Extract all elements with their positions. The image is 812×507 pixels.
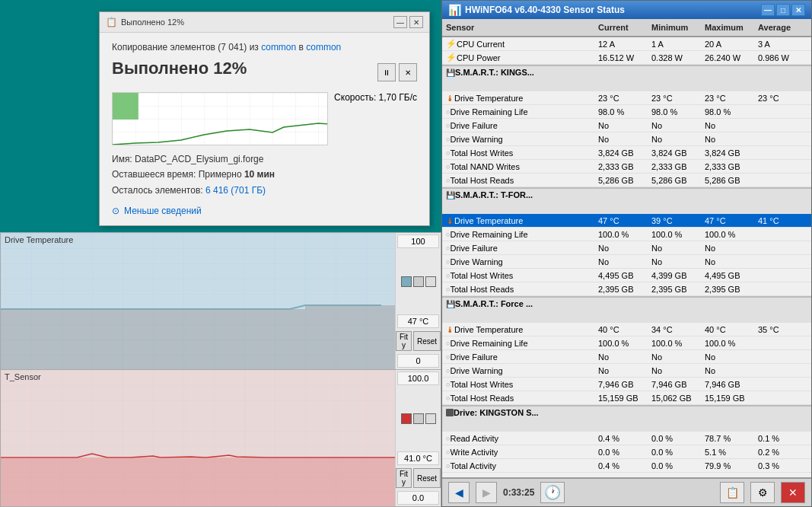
table-row[interactable]: ○ Total NAND Writes 2,333 GB 2,333 GB 2,…: [442, 160, 811, 174]
sensor-average: 41 °C: [754, 214, 800, 227]
minimize-button[interactable]: —: [393, 16, 407, 28]
to-link[interactable]: common: [306, 42, 341, 53]
sensor-average: [754, 336, 800, 349]
fit-y-button[interactable]: Fit y: [396, 331, 412, 351]
sensor-current: 4,495 GB: [594, 269, 648, 282]
sensor-current: 100.0 %: [594, 228, 648, 241]
sensor-minimum: No: [648, 364, 701, 377]
table-row[interactable]: ○ Read Activity 0.4 % 0.0 % 78.7 % 0.1 %: [442, 432, 811, 445]
color-picker-3[interactable]: [425, 276, 436, 287]
sensor-average: [754, 174, 800, 187]
table-row[interactable]: 🌡 Drive Temperature 23 °C 23 °C 23 °C 23…: [442, 91, 811, 105]
sensor-name: ○ Total Host Reads: [442, 391, 594, 404]
hwinfo-minimize[interactable]: —: [761, 4, 775, 16]
sensor-current: 100.0 %: [594, 336, 648, 349]
title-left: 📋 Выполнено 12%: [106, 17, 184, 27]
table-row[interactable]: ○ Total Host Writes 7,946 GB 7,946 GB 7,…: [442, 378, 811, 391]
table-row[interactable]: ○ Total Host Writes 4,495 GB 4,399 GB 4,…: [442, 269, 811, 282]
sensor-minimum: 2,395 GB: [648, 282, 701, 295]
sensor-current: 0.4 %: [594, 432, 648, 445]
color-picker-grey2[interactable]: [425, 413, 436, 424]
hwinfo-titlebar: 📊 HWiNFO64 v6.40-4330 Sensor Status — □ …: [442, 1, 811, 19]
col-average: Average: [754, 21, 800, 33]
table-row[interactable]: ○ Total Host Reads 5,286 GB 5,286 GB 5,2…: [442, 174, 811, 187]
table-row[interactable]: ○ Drive Failure No No No: [442, 241, 811, 255]
table-row[interactable]: ○ Drive Remaining Life 100.0 % 100.0 % 1…: [442, 228, 811, 241]
table-row[interactable]: ○ Drive Remaining Life 100.0 % 100.0 % 1…: [442, 336, 811, 350]
sensor-average: [754, 105, 800, 118]
table-row[interactable]: ○ Total Activity 0.4 % 0.0 % 79.9 % 0.3 …: [442, 459, 811, 473]
pause-button[interactable]: ⏸: [377, 63, 396, 81]
hwinfo-close[interactable]: ✕: [791, 4, 805, 16]
sensor-minimum: 39 °C: [648, 214, 701, 227]
hwinfo-icon: 📊: [448, 4, 461, 16]
sensor-maximum: 2,333 GB: [701, 160, 754, 173]
fit-y-button-2[interactable]: Fit y: [396, 468, 412, 488]
table-row[interactable]: ○ Drive Remaining Life 98.0 % 98.0 % 98.…: [442, 105, 811, 119]
table-row[interactable]: ○ Drive Warning No No No: [442, 132, 811, 146]
sensor-name: ○ Drive Remaining Life: [442, 105, 594, 118]
table-row[interactable]: ○ Write Activity 0.0 % 0.0 % 5.1 % 0.2 %: [442, 445, 811, 459]
table-row[interactable]: ○ Drive Failure No No No: [442, 119, 811, 132]
group-header: 💾 S.M.A.R.T.: Force ...: [442, 296, 811, 323]
table-row[interactable]: 🌡 Drive Temperature 40 °C 34 °C 40 °C 35…: [442, 323, 811, 336]
sensor-current: 47 °C: [594, 214, 648, 227]
hwinfo-footer: ◀ ▶ 0:33:25 🕐 📋 ⚙ ✕: [442, 477, 811, 506]
sensor-maximum: 78.7 %: [701, 432, 754, 445]
hwinfo-body[interactable]: ⚡ CPU Current 12 A 1 A 20 A 3 A ⚡ CPU Po…: [442, 37, 811, 477]
hwinfo-title-text: 📊 HWiNFO64 v6.40-4330 Sensor Status: [448, 4, 625, 16]
sensor-average: [754, 364, 800, 377]
table-row[interactable]: ○ Drive Warning No No No: [442, 364, 811, 378]
settings-button[interactable]: ⚙: [750, 482, 775, 503]
sensor-average: 35 °C: [754, 323, 800, 336]
from-link[interactable]: common: [261, 42, 296, 53]
table-row[interactable]: ○ Drive Warning No No No: [442, 255, 811, 269]
t-sensor-chart: [1, 370, 395, 506]
copy-dialog-content: Копирование элементов (7 041) из common …: [100, 33, 429, 225]
sensor-average: [754, 282, 800, 295]
color-picker-grey1[interactable]: [413, 413, 424, 424]
cancel-button[interactable]: ✕: [399, 63, 417, 81]
sensor-maximum: 3,824 GB: [701, 146, 754, 159]
table-row[interactable]: ○ Total Host Reads 15,159 GB 15,062 GB 1…: [442, 391, 811, 405]
group-header: 💾 S.M.A.R.T.: T-FOR...: [442, 187, 811, 214]
export-button[interactable]: 📋: [720, 482, 744, 503]
sensor-minimum: No: [648, 119, 701, 132]
nav-left-button[interactable]: ◀: [448, 482, 470, 503]
nav-right-button[interactable]: ▶: [476, 482, 497, 503]
group-header: 💾 S.M.A.R.T.: KINGS...: [442, 65, 811, 91]
info-lines: Имя: DataPC_ACD_Elysium_gi.forge Оставше…: [112, 151, 417, 198]
reset-button-2[interactable]: Reset: [413, 468, 441, 488]
table-row[interactable]: 🌡 Drive Temperature 47 °C 39 °C 47 °C 41…: [442, 214, 811, 228]
color-picker-2[interactable]: [413, 276, 424, 287]
sensor-average: [754, 350, 800, 363]
sensor-name: ○ Drive Warning: [442, 255, 594, 268]
color-picker-red[interactable]: [401, 413, 412, 424]
sensor-average: [754, 255, 800, 268]
sensor-current: No: [594, 119, 648, 132]
sensor-current: 40 °C: [594, 323, 648, 336]
table-row[interactable]: ○ Total Host Writes 3,824 GB 3,824 GB 3,…: [442, 146, 811, 160]
sensor-name: ○ Drive Failure: [442, 119, 594, 132]
sensor-current: No: [594, 241, 648, 254]
table-row[interactable]: ⚡ CPU Current 12 A 1 A 20 A 3 A: [442, 37, 811, 51]
reset-button[interactable]: Reset: [413, 331, 441, 351]
hwinfo-title-label: HWiNFO64 v6.40-4330 Sensor Status: [465, 5, 625, 15]
close-button[interactable]: ✕: [409, 16, 423, 28]
sensor-minimum: 100.0 %: [648, 228, 701, 241]
table-row[interactable]: ⚡ CPU Power 16.512 W 0.328 W 26.240 W 0.…: [442, 51, 811, 65]
max-value: 100: [397, 234, 439, 248]
sensor-name: ○ Total Host Reads: [442, 174, 594, 187]
sensor-name: ⚡ CPU Power: [442, 51, 594, 64]
sensor-minimum: 2,333 GB: [648, 160, 701, 173]
clock-button[interactable]: 🕐: [540, 482, 565, 503]
close-footer-button[interactable]: ✕: [781, 482, 805, 503]
hwinfo-restore[interactable]: □: [776, 4, 790, 16]
table-row[interactable]: ○ Drive Failure No No No: [442, 350, 811, 364]
col-maximum: Maximum: [701, 21, 754, 33]
details-toggle[interactable]: ⊙ Меньше сведений: [112, 206, 417, 216]
sensor-current: 16.512 W: [594, 51, 648, 64]
sensor-maximum: 79.9 %: [701, 459, 754, 472]
color-picker-1[interactable]: [401, 276, 412, 287]
table-row[interactable]: ○ Total Host Reads 2,395 GB 2,395 GB 2,3…: [442, 282, 811, 296]
